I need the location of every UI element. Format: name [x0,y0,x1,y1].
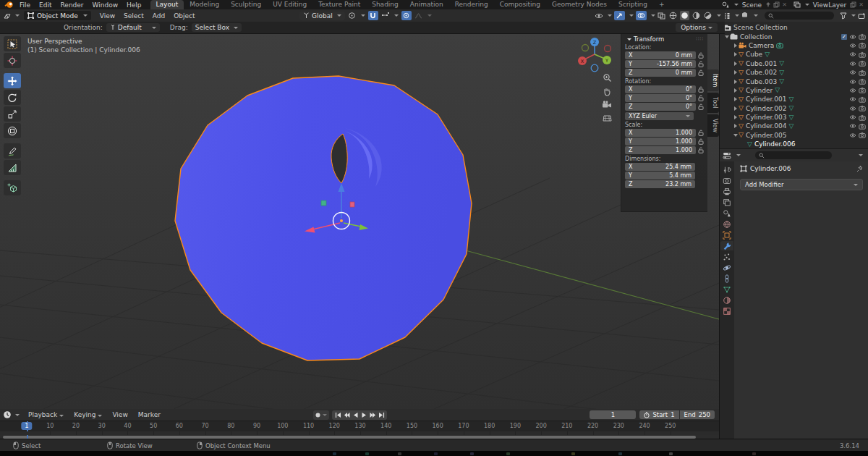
location-z-field[interactable]: Z0 mm [625,69,696,77]
workspace-tab-uv-editing[interactable]: UV Editing [267,0,312,9]
breadcrumb-object-name[interactable]: Cylinder.006 [750,165,791,172]
scale-x-field[interactable]: X1.000 [625,129,696,137]
outliner-row-cylinder-006[interactable]: ▽Cylinder.006 [720,140,868,148]
properties-editor-icon[interactable] [723,152,731,159]
workspace-tab-geometry-nodes[interactable]: Geometry Nodes [546,0,613,9]
workspace-tab-scripting[interactable]: Scripting [613,0,653,9]
disable-render-icon[interactable] [859,42,866,48]
workspace-tab-sculpting[interactable]: Sculpting [225,0,267,9]
dimensions-z-field[interactable]: Z23.2 mm [625,180,695,188]
editor-type-icon[interactable] [3,12,12,20]
new-collection-icon[interactable] [858,12,866,20]
disable-render-icon[interactable] [859,105,866,111]
tweak-select-tool-button[interactable] [4,36,21,51]
3d-viewport[interactable]: User Perspective (1) Scene Collection | … [0,33,719,409]
pivot-point-icon[interactable] [348,12,356,20]
pin-icon[interactable] [765,1,771,8]
outliner-row-cylinder-002[interactable]: ▽Cylinder.002▽ [720,104,868,113]
filter-icon[interactable] [840,12,847,20]
sidebar-tab-item[interactable]: Item [707,69,719,91]
outliner-row-scene-collection[interactable]: Scene Collection [720,23,868,32]
properties-tab-render[interactable] [720,176,733,185]
properties-tab-world[interactable] [720,219,733,229]
timeline-ruler[interactable]: 1020304050607080901001101201301401501601… [0,421,719,431]
timeline-menu-playback[interactable]: Playback [24,411,68,418]
disable-render-icon[interactable] [859,51,866,58]
workspace-tab-animation[interactable]: Animation [404,0,449,9]
end-frame-field[interactable]: End250 [680,410,715,419]
view-layer-name[interactable]: ViewLayer [813,1,846,9]
lock-icon[interactable] [698,130,704,136]
dimensions-y-field[interactable]: Y5.4 mm [625,172,695,180]
proportional-falloff-icon[interactable] [414,12,422,19]
dimensions-x-field[interactable]: X25.4 mm [625,163,695,171]
outliner-row-cylinder-001[interactable]: ▽Cylinder.001▽ [720,95,868,104]
disable-render-icon[interactable] [859,60,866,67]
outliner-row-cylinder-004[interactable]: ▽Cylinder.004▽ [720,122,868,130]
workspace-tab-compositing[interactable]: Compositing [494,0,546,9]
hide-eye-icon[interactable] [849,88,856,93]
rotation-mode-dropdown[interactable]: XYZ Euler [625,112,694,120]
outliner-row-collection[interactable]: Collection✓ [720,32,868,41]
shading-rendered-icon[interactable] [703,11,712,20]
properties-tab-object-data[interactable] [720,284,733,294]
current-frame-field[interactable]: 1 [590,410,636,419]
xray-toggle-icon[interactable] [658,12,666,20]
expander-closed[interactable] [732,70,739,75]
viewport-menu-object[interactable]: Object [169,12,199,20]
outliner-search-input[interactable] [765,12,834,20]
view-layer-icon[interactable] [793,1,801,8]
hide-eye-icon[interactable] [849,61,856,67]
add-cube-tool-button[interactable] [4,180,21,195]
jump-to-start-button[interactable] [333,410,342,419]
menu-file[interactable]: File [15,1,35,9]
hide-eye-icon[interactable] [849,123,856,129]
lock-icon[interactable] [698,138,704,145]
navigation-gizmo[interactable]: Z X Y [575,36,616,74]
location-y-field[interactable]: Y-157.56 mm [625,60,696,68]
lock-icon[interactable] [698,86,704,93]
rotation-x-field[interactable]: X0° [625,85,696,93]
ortho-toggle-icon[interactable] [603,113,612,122]
sidebar-tab-view[interactable]: View [707,114,719,137]
lock-icon[interactable] [698,69,704,76]
unlink-scene-icon[interactable]: ✕ [782,1,787,8]
outliner-row-cylinder-003[interactable]: ▽Cylinder.003▽ [720,113,868,122]
expander-closed[interactable] [732,88,739,93]
axis-neg-x[interactable] [605,46,611,52]
disable-render-icon[interactable] [859,33,866,40]
menu-window[interactable]: Window [88,1,123,9]
disable-render-icon[interactable] [859,78,866,85]
camera-view-icon[interactable] [602,101,612,109]
disable-render-icon[interactable] [859,69,866,76]
show-object-types-icon[interactable] [595,12,603,20]
scene-name[interactable]: Scene [742,1,762,9]
properties-tab-output[interactable] [720,187,733,196]
jump-to-end-button[interactable] [377,410,386,419]
viewport-menu-add[interactable]: Add [148,12,169,20]
workspace-tab-rendering[interactable]: Rendering [449,0,494,9]
hide-eye-icon[interactable] [849,132,856,138]
expander-closed[interactable] [732,97,739,101]
orientation-default-dropdown[interactable]: Default [106,23,160,32]
location-x-field[interactable]: X0 mm [625,51,696,59]
expander-closed[interactable] [732,43,739,48]
timeline-editor-icon[interactable] [3,410,12,419]
lock-icon[interactable] [698,52,704,59]
next-keyframe-button[interactable] [368,410,377,419]
show-gizmo-icon[interactable] [614,11,625,20]
workspace-tab-layout[interactable]: Layout [150,0,184,9]
gizmo-plane-yz[interactable] [350,202,354,207]
expander-open[interactable] [723,35,730,38]
new-view-layer-icon[interactable] [850,1,856,8]
pan-hand-icon[interactable] [603,87,612,96]
show-overlays-icon[interactable] [636,11,647,20]
scale-z-field[interactable]: Z1.000 [625,146,696,154]
scale-y-field[interactable]: Y1.000 [625,138,696,145]
snap-settings-icon[interactable] [381,12,389,19]
properties-tab-tool[interactable] [720,165,733,174]
properties-tab-view-layer[interactable] [720,198,733,207]
expander-open[interactable] [732,134,739,137]
properties-tab-scene[interactable] [720,208,733,218]
rotation-y-field[interactable]: Y0° [625,94,696,102]
